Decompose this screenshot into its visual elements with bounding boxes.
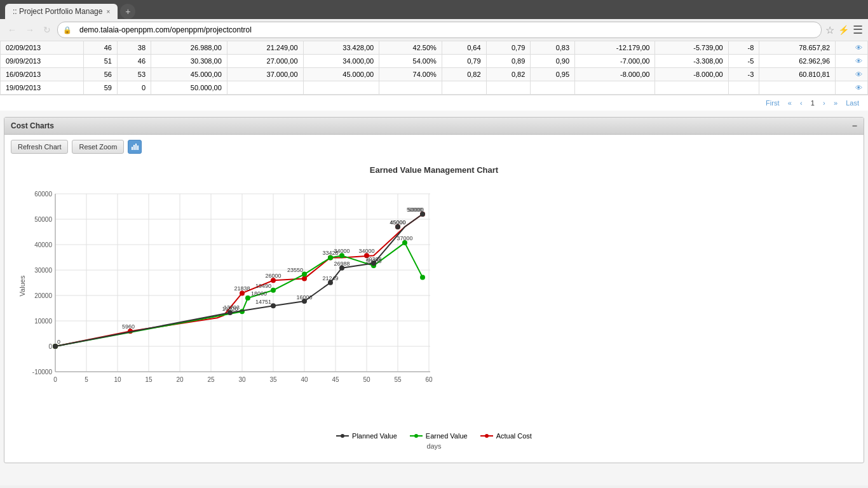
collapse-button[interactable]: − [852,121,857,131]
next-double-link[interactable]: » [834,99,837,107]
svg-text:45000: 45000 [390,219,405,226]
section-header: Cost Charts − [4,118,864,135]
table-cell-2-4: 37.000,00 [227,68,303,81]
table-cell-1-0: 09/09/2013 [1,55,84,68]
table-cell-3-1: 59 [83,81,117,95]
extensions-icon: ⚡ [838,25,849,35]
last-page-link[interactable]: Last [846,99,859,107]
table-cell-0-13: 78.657,82 [759,41,836,55]
svg-point-75 [414,434,418,438]
svg-rect-2 [135,144,137,150]
svg-rect-0 [132,147,133,150]
table-cell-2-5: 45.000,00 [303,68,379,81]
table-cell-3-7 [442,81,486,95]
menu-icon[interactable]: ☰ [853,23,863,37]
table-cell-2-7: 0,82 [442,68,486,81]
planned-legend-icon [336,433,349,439]
table-cell-0-1: 46 [83,41,117,55]
reset-zoom-button[interactable]: Reset Zoom [72,140,124,154]
tab-title: :: Project Portfolio Manage [13,7,102,16]
table-cell-0-8: 0,79 [486,41,531,55]
table-cell-0-4: 21.249,00 [227,41,303,55]
svg-text:0: 0 [57,339,60,345]
tab-close-button[interactable]: × [106,8,110,15]
planned-point-2 [271,303,276,308]
svg-text:60: 60 [425,376,433,383]
table-cell-0-0: 02/09/2013 [1,41,84,55]
table-cell-3-9 [531,81,575,95]
table-cell-3-5 [303,81,379,95]
table-cell-3-3: 50.000,00 [151,81,227,95]
eye-icon[interactable]: 👁 [855,71,862,78]
refresh-chart-button[interactable]: Refresh Chart [11,140,68,154]
table-cell-3-6 [379,81,442,95]
table-cell-2-3: 45.000,00 [151,68,227,81]
svg-text:50000: 50000 [407,207,423,213]
table-cell-3-eye: 👁 [836,81,868,95]
eye-icon[interactable]: 👁 [855,84,862,92]
svg-text:37000: 37000 [397,235,412,241]
table-cell-1-8: 0,89 [486,55,531,68]
table-cell-3-8 [486,81,531,95]
svg-text:40000: 40000 [34,241,52,248]
table-cell-0-12: -8 [728,41,759,55]
table-cell-1-2: 46 [117,55,151,68]
svg-text:30: 30 [238,376,246,383]
svg-text:34000: 34000 [358,248,374,254]
svg-text:14751: 14751 [255,299,271,305]
table-row: 02/09/2013463826.988,0021.249,0033.428,0… [1,41,868,55]
next-link[interactable]: › [823,99,825,107]
earned-point-9 [420,274,425,280]
svg-text:21838: 21838 [234,285,250,292]
table-cell-0-6: 42.50% [379,41,442,55]
svg-text:21249: 21249 [322,275,338,281]
table-cell-1-1: 51 [83,55,117,68]
table-cell-0-7: 0,64 [442,41,486,55]
address-bar-row: ← → ↻ 🔒 ☆ ⚡ ☰ [0,19,868,41]
table-cell-2-0: 16/09/2013 [1,68,84,81]
table-cell-3-10 [575,81,655,95]
svg-text:23550: 23550 [287,267,303,273]
table-cell-1-12: -5 [728,55,759,68]
table-cell-3-4 [227,81,303,95]
table-cell-1-eye: 👁 [836,55,868,68]
url-bar[interactable] [74,24,816,36]
table-cell-1-7: 0,79 [442,55,486,68]
legend-earned: Earned Value [410,432,468,440]
prev-link[interactable]: ‹ [800,99,803,107]
section-title: Cost Charts [11,121,54,130]
refresh-button[interactable]: ↻ [41,24,53,36]
bookmark-icon[interactable]: ☆ [825,24,834,36]
browser-chrome: :: Project Portfolio Manage × + [0,0,868,19]
svg-text:0: 0 [53,376,57,383]
eye-icon[interactable]: 👁 [855,57,862,65]
chart-type-icon [131,143,139,151]
prev-double-link[interactable]: « [788,99,792,107]
svg-text:26000: 26000 [265,273,281,279]
first-page-link[interactable]: First [766,99,779,107]
eye-icon[interactable]: 👁 [855,44,862,51]
active-tab[interactable]: :: Project Portfolio Manage × [5,4,118,19]
table-cell-2-6: 74.00% [379,68,442,81]
svg-text:20: 20 [176,376,184,383]
back-button[interactable]: ← [5,24,19,36]
table-cell-2-eye: 👁 [836,68,868,81]
svg-text:35: 35 [269,376,277,383]
table-cell-2-1: 56 [83,68,117,81]
tab-bar: :: Project Portfolio Manage × + [5,4,135,19]
table-cell-0-2: 38 [117,41,151,55]
chart-icon-button[interactable] [128,140,142,154]
svg-text:Values: Values [18,275,26,296]
svg-text:34000: 34000 [334,248,349,254]
forward-button[interactable]: → [23,24,37,36]
table-row: 09/09/2013514630.308,0027.000,0034.000,0… [1,55,868,68]
table-cell-1-6: 54.00% [379,55,442,68]
table-row: 19/09/201359050.000,00👁 [1,81,868,95]
svg-text:25: 25 [207,376,215,383]
new-tab-button[interactable]: + [120,4,135,19]
actual-legend-icon [480,433,493,439]
earned-point-2 [245,295,250,301]
svg-rect-1 [133,145,135,150]
svg-point-73 [341,434,344,438]
evm-chart-svg: .grid-line { stroke: #e0e0e0; stroke-wid… [17,181,449,423]
